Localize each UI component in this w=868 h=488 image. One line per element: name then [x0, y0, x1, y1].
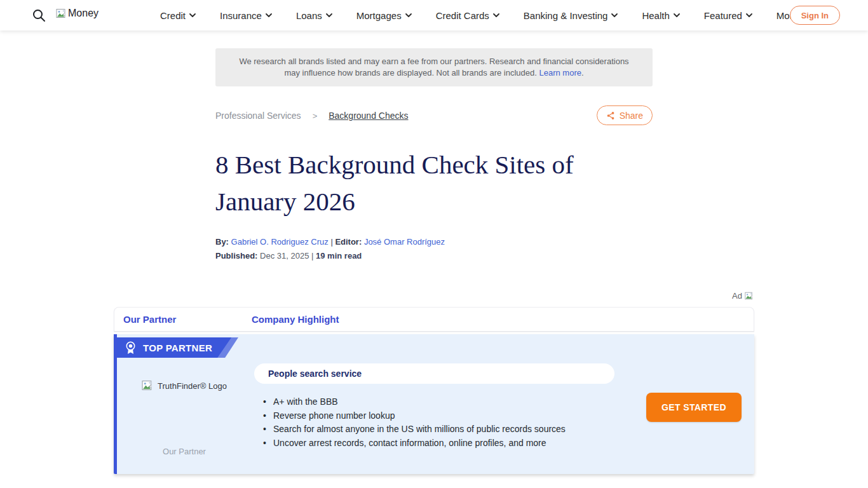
nav-item-credit-cards[interactable]: Credit Cards [436, 10, 499, 21]
page-title: 8 Best Background Check Sites of January… [215, 146, 660, 220]
sign-in-button[interactable]: Sign In [790, 6, 840, 25]
logo-alt-text: Money [68, 8, 98, 19]
chevron-down-icon [746, 13, 752, 17]
partner-logo-column: TruthFinder® Logo Our Partner [117, 334, 252, 474]
page: Money Credit Insurance Loans Mortgages C… [0, 0, 868, 488]
share-button[interactable]: Share [597, 105, 653, 125]
read-time: 19 min read [316, 251, 362, 261]
ad-label: Ad [732, 291, 754, 301]
nav-item-insurance[interactable]: Insurance [220, 10, 272, 21]
highlight-bullet: A+ with the BBB [263, 395, 566, 409]
highlight-bullet-list: A+ with the BBB Reverse phone number loo… [263, 395, 566, 450]
column-header-our-partner: Our Partner [123, 314, 176, 325]
nav-item-banking-investing[interactable]: Banking & Investing [524, 10, 618, 21]
chevron-down-icon [611, 13, 618, 17]
money-logo[interactable]: Money [56, 8, 98, 19]
chevron-down-icon [405, 13, 412, 17]
nav-item-loans[interactable]: Loans [296, 10, 332, 21]
share-icon [606, 111, 615, 120]
chevron-down-icon [493, 13, 499, 17]
author-link[interactable]: Gabriel O. Rodriguez Cruz [231, 237, 329, 247]
published-line: Published: Dec 31, 2025 | 19 min read [215, 251, 362, 261]
highlight-bullet: Reverse phone number lookup [263, 409, 566, 423]
editor-link[interactable]: José Omar Rodríguez [364, 237, 445, 247]
breadcrumb: Professional Services > Background Check… [215, 111, 409, 121]
top-partner-row: TOP PARTNER TruthFinder® Logo Our Partne… [114, 334, 754, 474]
chevron-down-icon [326, 13, 332, 17]
highlight-bullet: Uncover arrest records, contact informat… [263, 437, 566, 451]
truthfinder-logo[interactable]: TruthFinder® Logo [117, 380, 252, 391]
partner-comparison-card: Our Partner Company Highlight TOP PARTNE… [114, 307, 754, 474]
breadcrumb-separator: > [313, 111, 318, 121]
our-partner-caption: Our Partner [117, 447, 252, 456]
breadcrumb-parent[interactable]: Professional Services [215, 111, 301, 121]
breadcrumb-row: Professional Services > Background Check… [215, 105, 653, 126]
top-navigation-bar: Money Credit Insurance Loans Mortgages C… [0, 0, 868, 30]
search-icon[interactable] [32, 8, 46, 22]
chevron-down-icon [266, 13, 272, 17]
published-date: Dec 31, 2025 [260, 251, 309, 261]
published-label: Published: [215, 251, 257, 261]
editor-label: Editor: [335, 237, 362, 247]
column-header-company-highlight: Company Highlight [252, 314, 339, 325]
chevron-down-icon [189, 13, 196, 17]
chevron-down-icon [674, 13, 680, 17]
company-highlight-column: People search service A+ with the BBB Re… [254, 334, 615, 474]
advertiser-disclosure: We research all brands listed and may ea… [215, 48, 653, 86]
broken-image-icon [142, 380, 153, 391]
breadcrumb-current[interactable]: Background Checks [329, 111, 408, 121]
nav-item-health[interactable]: Health [642, 10, 679, 21]
share-label: Share [620, 111, 643, 121]
by-label: By: [215, 237, 229, 247]
truthfinder-logo-alt-text: TruthFinder® Logo [158, 381, 227, 391]
service-tag-pill: People search service [254, 363, 614, 384]
highlight-bullet: Search for almost anyone in the US with … [263, 423, 566, 437]
byline: By: Gabriel O. Rodriguez Cruz | Editor: … [215, 237, 445, 247]
nav-item-credit[interactable]: Credit [160, 10, 196, 21]
nav-item-mortgages[interactable]: Mortgages [356, 10, 412, 21]
get-started-button[interactable]: GET STARTED [646, 393, 742, 422]
broken-image-icon [56, 8, 67, 19]
broken-image-icon [745, 292, 754, 301]
card-header-row: Our Partner Company Highlight [114, 307, 754, 332]
learn-more-link[interactable]: Learn more [539, 68, 581, 78]
main-nav: Credit Insurance Loans Mortgages Credit … [160, 0, 808, 30]
nav-item-featured[interactable]: Featured [704, 10, 752, 21]
